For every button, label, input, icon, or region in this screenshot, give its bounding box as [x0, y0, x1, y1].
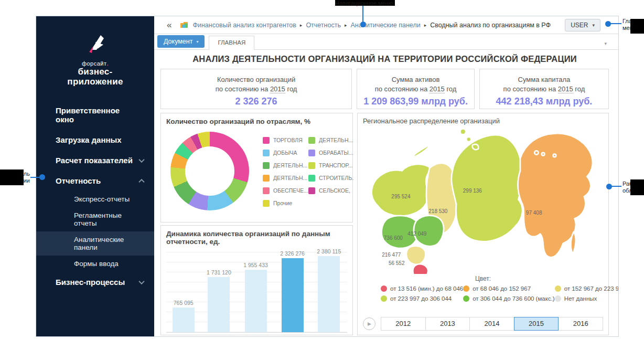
map-region-value: 295 524	[391, 194, 411, 199]
collapse-sidebar-icon[interactable]	[167, 20, 171, 29]
tab-overflow-caret-icon[interactable]	[604, 41, 607, 46]
sidebar-item-welcome[interactable]: Приветственное окно	[36, 100, 154, 130]
breadcrumb-separator-icon	[300, 23, 303, 28]
breadcrumb-separator-icon	[424, 23, 427, 28]
annotation-dot	[360, 22, 366, 27]
bar-axis-label: 2015	[277, 335, 309, 336]
legend-item[interactable]: ДЕЯТЕЛЬН...	[263, 159, 308, 172]
map-region-value: 299 136	[463, 188, 482, 194]
legend-item[interactable]: ДЕЯТЕЛЬН...	[308, 134, 353, 146]
brand-logo-icon	[84, 31, 107, 54]
legend-swatch-icon	[263, 200, 270, 207]
timeline-year-2012[interactable]: 2012	[381, 317, 426, 331]
sidebar-item-indicators[interactable]: Расчет показателей	[36, 150, 154, 171]
legend-swatch-icon	[308, 187, 315, 194]
work-area: АНАЛИЗ ДЕЯТЕЛЬНОСТИ ОРГАНИЗАЦИЙ НА ТЕРРИ…	[154, 50, 618, 336]
map-region[interactable]	[413, 264, 428, 274]
legend-item[interactable]: ДЕЯТЕЛЬН...	[263, 172, 308, 184]
timeline-year-2013[interactable]: 2013	[425, 317, 470, 331]
sidebar-item-analytic-panels[interactable]: Аналитические панели	[36, 231, 154, 256]
donut-legend: ТОРГОВЛЯ ДОБЫЧА ДЕЯТЕЛЬН... ДЕЯТЕЛЬН... …	[263, 134, 353, 210]
legend-swatch-icon	[263, 175, 270, 182]
map-island	[553, 154, 556, 157]
annotation-redaction	[0, 169, 24, 185]
donut-legend-column: ДЕЯТЕЛЬН... ОБРАБАТЫ... ТРАНСПОР... СТРО…	[308, 134, 353, 210]
annotation-dot	[605, 21, 611, 27]
map-legend-item: от 13 516 (мин.) до 68 046	[381, 285, 463, 292]
breadcrumb-reporting[interactable]: Отчетность	[306, 22, 341, 29]
breadcrumb-current: Сводный анализ по организациям в РФ	[430, 22, 551, 29]
map-color-legend: от 13 516 (мин.) до 68 046 от 68 046 до …	[363, 285, 603, 302]
legend-dot-icon	[381, 285, 387, 292]
legend-item[interactable]: ТОРГОВЛЯ	[263, 134, 308, 146]
legend-item[interactable]: ОБЕСПЕЧЕ...	[263, 184, 308, 197]
legend-swatch-icon	[308, 137, 315, 144]
bar-axis-label: 2012	[169, 335, 200, 336]
sidebar-item-input-forms[interactable]: Формы ввода	[36, 256, 154, 272]
map-region[interactable]	[372, 164, 432, 216]
russia-map: 295 524 218 530 299 136 97 408 736 600 4…	[363, 126, 603, 274]
bar-column[interactable]: 2 380 115	[317, 248, 341, 332]
kpi-card-capital: Сумма капитала по состоянию на 2015 год …	[479, 69, 609, 109]
breadcrumb-root[interactable]: Финансовый анализ контрагентов	[192, 22, 296, 29]
kpi-year-link[interactable]: 2015	[558, 85, 573, 93]
bar-column[interactable]: 1 731 120	[207, 269, 231, 332]
industry-donut[interactable]	[170, 132, 249, 210]
map-region[interactable]	[406, 246, 426, 264]
annotation-redaction	[630, 19, 644, 34]
sidebar-item-reporting[interactable]: Отчетность	[36, 171, 154, 191]
legend-item[interactable]: СЕЛЬСКОЕ,	[308, 184, 353, 197]
bar-column[interactable]: 2 326 276	[280, 250, 305, 332]
annotation-line	[362, 6, 363, 23]
timeline-year-2016[interactable]: 2016	[558, 317, 603, 331]
map-region-value: 56 552	[389, 260, 405, 266]
legend-item[interactable]: ТРАНСПОР...	[308, 159, 353, 172]
map-region-value: 736 600	[384, 235, 403, 241]
main-area: Финансовый анализ контрагентов Отчетност…	[154, 16, 618, 336]
legend-swatch-icon	[308, 162, 315, 169]
user-menu-button[interactable]: USER	[565, 19, 600, 31]
timeline-year-2014[interactable]: 2014	[469, 317, 514, 331]
donut-legend-column: ТОРГОВЛЯ ДОБЫЧА ДЕЯТЕЛЬН... ДЕЯТЕЛЬН... …	[263, 134, 308, 210]
brand-name-small: форсайт.	[36, 60, 154, 67]
brand-name-line1: бизнес-	[36, 67, 154, 77]
sidebar-item-data-load[interactable]: Загрузка данных	[36, 130, 154, 150]
sidebar-item-regulated-reports[interactable]: Регламентные отчеты	[36, 207, 154, 231]
play-button[interactable]	[363, 317, 375, 330]
kpi-year-link[interactable]: 2015	[430, 85, 445, 93]
document-menu-button[interactable]: Документ	[157, 35, 205, 48]
bar-axis-label: 2016	[314, 335, 345, 336]
map-region[interactable]	[518, 133, 593, 257]
map-region[interactable]	[452, 135, 523, 241]
legend-item[interactable]: Прочие	[263, 197, 308, 209]
kpi-year-link[interactable]: 2015	[270, 85, 285, 93]
legend-swatch-icon	[263, 150, 270, 156]
map-legend-item: Нет данных	[555, 295, 618, 302]
bar-column[interactable]: 765 095	[173, 300, 195, 332]
map-island	[413, 144, 431, 157]
map-region-value: 412 049	[407, 231, 427, 237]
annotation-line	[611, 186, 621, 187]
kpi-value: 1 209 863,99 млрд руб.	[357, 96, 474, 107]
bar-value-label: 2 326 276	[280, 250, 305, 257]
map-region-value: 97 408	[526, 210, 542, 216]
sidebar-item-business-processes[interactable]: Бизнес-процессы	[36, 272, 154, 292]
legend-item[interactable]: ОБРАБАТЫ...	[308, 146, 353, 159]
legend-item[interactable]: СТРОИТЕЛЬ...	[308, 172, 353, 184]
bar-column[interactable]: 1 955 433	[243, 262, 268, 332]
legend-dot-icon	[381, 295, 387, 302]
timeline-year-2015[interactable]: 2015	[514, 317, 559, 331]
breadcrumb-separator-icon	[345, 23, 347, 28]
tab-main[interactable]: ГЛАВНАЯ	[209, 36, 254, 50]
folder-icon	[180, 22, 188, 28]
sidebar-item-express-reports[interactable]: Экспресс-отчеты	[36, 191, 154, 207]
bar-value-label: 2 380 115	[317, 248, 341, 255]
annotation-dot	[39, 174, 45, 180]
dynamics-bar-panel: Динамика количества организаций по данны…	[160, 225, 353, 335]
caret-down-icon	[592, 23, 595, 28]
legend-dot-icon	[463, 295, 469, 302]
map-legend-item: от 152 967 до 223 997	[555, 285, 618, 292]
legend-item[interactable]: ДОБЫЧА	[263, 146, 308, 159]
map-island	[473, 144, 479, 150]
annotation-top: Навигационное меню	[335, 0, 395, 6]
